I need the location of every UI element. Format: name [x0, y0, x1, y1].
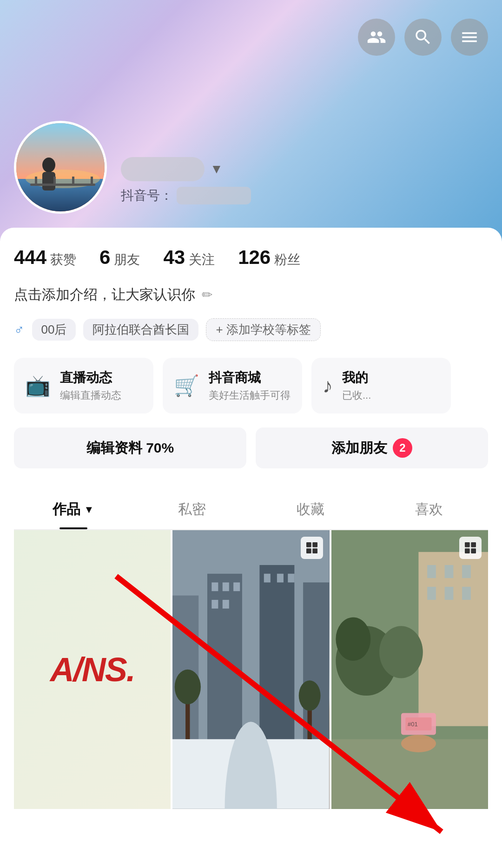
- shop-title: 抖音商城: [209, 369, 291, 387]
- multi-frame-icon-3: [459, 537, 482, 559]
- stat-following-label: 关注: [189, 251, 215, 269]
- svg-rect-23: [223, 600, 229, 609]
- profile-section: ▼ 抖音号：: [14, 121, 251, 214]
- menu-icon: [460, 27, 479, 47]
- feature-card-music[interactable]: ♪ 我的 已收...: [311, 358, 451, 414]
- feature-card-text-shop: 抖音商城 美好生活触手可得: [209, 369, 291, 402]
- menu-icon-btn[interactable]: [451, 19, 488, 56]
- video-thumb-3[interactable]: #01: [331, 530, 488, 809]
- stat-friends[interactable]: 6 朋友: [99, 246, 140, 269]
- svg-rect-42: [427, 587, 436, 600]
- svg-point-51: [401, 735, 436, 752]
- svg-rect-38: [418, 552, 488, 726]
- feature-cards-row: 📺 直播动态 编辑直播动态 🛒 抖音商城 美好生活触手可得 ♪ 我的 已收...: [14, 358, 488, 414]
- svg-point-3: [42, 158, 55, 172]
- location-tag[interactable]: 阿拉伯联合酋长国: [83, 319, 198, 341]
- svg-rect-24: [264, 574, 271, 583]
- stat-likes[interactable]: 444 获赞: [14, 246, 76, 269]
- video-grid: A/NS.: [14, 530, 488, 809]
- svg-point-30: [175, 670, 201, 704]
- svg-rect-26: [288, 574, 295, 583]
- svg-rect-18: [303, 582, 329, 748]
- garden-scene-svg: #01: [331, 530, 488, 809]
- multi-frame-svg-3: [463, 540, 478, 555]
- svg-rect-20: [223, 582, 229, 591]
- svg-rect-40: [444, 565, 453, 578]
- svg-rect-5: [30, 184, 95, 186]
- edit-profile-label: 编辑资料 70%: [86, 439, 174, 458]
- svg-rect-6: [35, 177, 37, 186]
- bio-text: 点击添加介绍，让大家认识你: [14, 285, 195, 304]
- video-thumb-2[interactable]: [172, 530, 329, 809]
- multi-frame-svg: [304, 540, 319, 555]
- douyin-label: 抖音号：: [121, 187, 173, 204]
- tabs-row: 作品 ▼ 私密 收藏 喜欢: [14, 487, 488, 530]
- music-title: 我的: [342, 369, 371, 387]
- svg-rect-10: [306, 542, 311, 547]
- svg-rect-43: [444, 587, 453, 600]
- livestream-title: 直播动态: [60, 369, 121, 387]
- svg-rect-33: [465, 542, 470, 547]
- svg-rect-12: [306, 548, 311, 553]
- video-thumb-1[interactable]: A/NS.: [14, 530, 171, 809]
- avatar-image: [16, 123, 107, 214]
- music-subtitle: 已收...: [342, 388, 371, 402]
- edit-profile-button[interactable]: 编辑资料 70%: [14, 427, 246, 468]
- stat-followers[interactable]: 126 粉丝: [238, 246, 300, 269]
- white-card: 444 获赞 6 朋友 43 关注 126 粉丝 点击添加介绍，让大家认识你 ✏…: [0, 228, 502, 868]
- multi-frame-icon-2: [301, 537, 323, 559]
- svg-rect-25: [277, 574, 284, 583]
- stat-friends-number: 6: [99, 246, 110, 269]
- add-tag-button[interactable]: + 添加学校等标签: [206, 318, 320, 341]
- add-friends-button[interactable]: 添加朋友 2: [256, 427, 488, 468]
- tab-likes-label: 喜欢: [415, 500, 443, 519]
- stat-following[interactable]: 43 关注: [163, 246, 215, 269]
- header-banner: ▼ 抖音号：: [0, 0, 502, 242]
- snow-scene-svg: [172, 530, 329, 809]
- svg-rect-16: [260, 565, 295, 748]
- tab-works[interactable]: 作品 ▼: [14, 487, 132, 529]
- livestream-subtitle: 编辑直播动态: [60, 388, 121, 402]
- friends-icon-btn[interactable]: [358, 19, 395, 56]
- svg-rect-15: [207, 574, 242, 748]
- feature-card-shop[interactable]: 🛒 抖音商城 美好生活触手可得: [163, 358, 302, 414]
- feature-card-text-music: 我的 已收...: [342, 369, 371, 402]
- svg-rect-41: [462, 565, 471, 578]
- svg-rect-8: [72, 177, 74, 186]
- stat-followers-number: 126: [238, 246, 271, 269]
- douyin-id-value: [177, 187, 251, 204]
- search-icon-btn[interactable]: [404, 19, 442, 56]
- tab-likes[interactable]: 喜欢: [370, 487, 488, 529]
- svg-rect-44: [462, 587, 471, 600]
- bio-section[interactable]: 点击添加介绍，让大家认识你 ✏: [14, 285, 488, 304]
- stat-likes-number: 444: [14, 246, 46, 269]
- friends-icon: [367, 27, 386, 47]
- svg-rect-4: [42, 172, 55, 191]
- svg-point-47: [336, 617, 370, 661]
- avatar[interactable]: [14, 121, 107, 214]
- gender-icon: ♂: [14, 322, 25, 338]
- shop-icon: 🛒: [174, 374, 199, 398]
- stat-friends-label: 朋友: [114, 251, 140, 269]
- edit-bio-icon[interactable]: ✏: [202, 287, 212, 302]
- stat-followers-label: 粉丝: [274, 251, 300, 269]
- svg-rect-21: [234, 582, 240, 591]
- svg-rect-36: [471, 548, 476, 553]
- search-icon: [413, 27, 433, 47]
- tab-collections[interactable]: 收藏: [251, 487, 370, 529]
- svg-rect-11: [312, 542, 317, 547]
- dropdown-arrow-icon[interactable]: ▼: [210, 162, 223, 177]
- tab-collections-label: 收藏: [297, 500, 324, 519]
- stat-following-number: 43: [163, 246, 185, 269]
- tab-private[interactable]: 私密: [132, 487, 251, 529]
- age-tag[interactable]: 00后: [32, 319, 76, 341]
- add-friends-label: 添加朋友: [331, 439, 387, 458]
- action-buttons-row: 编辑资料 70% 添加朋友 2: [14, 427, 488, 468]
- douyin-id-row: 抖音号：: [121, 187, 251, 204]
- username-pill: [121, 157, 205, 181]
- svg-rect-13: [312, 548, 317, 553]
- tab-works-dropdown-icon: ▼: [84, 504, 94, 516]
- stats-row: 444 获赞 6 朋友 43 关注 126 粉丝: [14, 246, 488, 269]
- header-icons: [358, 19, 488, 56]
- feature-card-livestream[interactable]: 📺 直播动态 编辑直播动态: [14, 358, 153, 414]
